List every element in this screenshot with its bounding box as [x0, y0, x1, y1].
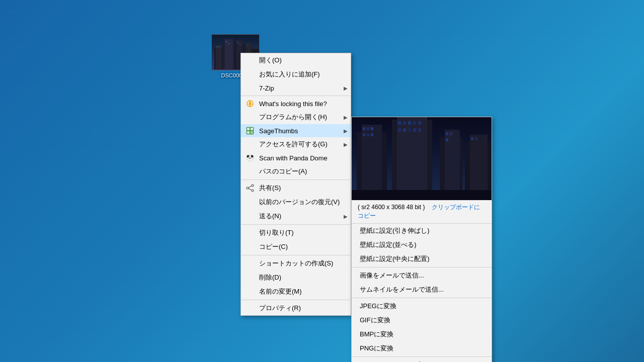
delete-label: 削除(D) [259, 273, 281, 282]
svg-rect-51 [413, 121, 416, 125]
7zip-label: 7-Zip [259, 84, 274, 92]
submenu-wallpaper-stretch[interactable]: 壁紙に設定(引き伸ばし) [352, 224, 492, 238]
svg-rect-62 [446, 132, 448, 135]
svg-rect-55 [408, 128, 411, 132]
panda-icon [245, 153, 255, 163]
menu-item-open-with[interactable]: プログラムから開く(H) ▶ [241, 110, 351, 124]
copy-path-label: パスのコピー(A) [259, 167, 307, 176]
menu-item-7zip[interactable]: 7-Zip ▶ [241, 81, 351, 95]
arrow-icon-3: ▶ [344, 128, 348, 134]
svg-rect-67 [352, 190, 492, 200]
send-email-thumb-label: サムネイルをメールで送信... [360, 285, 444, 294]
svg-rect-21 [247, 128, 250, 130]
svg-rect-41 [367, 127, 369, 130]
menu-item-cut[interactable]: 切り取り(T) [241, 226, 351, 240]
svg-point-28 [248, 157, 252, 160]
open-label: 開く(O) [259, 56, 282, 65]
svg-rect-47 [397, 117, 427, 200]
svg-line-35 [249, 186, 252, 188]
preview-image [352, 117, 492, 200]
menu-item-delete[interactable]: 削除(D) [241, 270, 351, 285]
svg-rect-50 [408, 121, 411, 125]
svg-rect-43 [363, 133, 365, 136]
svg-rect-13 [228, 43, 229, 44]
svg-rect-49 [403, 121, 406, 125]
svg-rect-53 [398, 128, 401, 132]
wallpaper-tile-label: 壁紙に設定(並べる) [360, 240, 417, 249]
svg-rect-44 [367, 133, 369, 136]
scan-panda-label: Scan with Panda Dome [259, 154, 328, 162]
svg-rect-48 [398, 121, 401, 125]
convert-jpeg-label: JPEGに変換 [360, 302, 396, 311]
svg-rect-15 [239, 44, 240, 45]
menu-item-restore[interactable]: 以前のバージョンの復元(V) [241, 195, 351, 209]
arrow-icon-2: ▶ [344, 115, 348, 120]
arrow-icon-5: ▶ [344, 214, 348, 219]
arrow-icon-4: ▶ [344, 142, 348, 147]
submenu-convert-jpeg[interactable]: JPEGに変換 [352, 299, 492, 313]
arrow-icon: ▶ [344, 85, 348, 91]
menu-item-copy-path[interactable]: パスのコピー(A) [241, 164, 351, 178]
cut-label: 切り取り(T) [259, 228, 294, 237]
svg-rect-56 [413, 128, 416, 132]
menu-item-favorite[interactable]: お気に入りに追加(F) [241, 67, 351, 81]
submenu-send-email-thumb[interactable]: サムネイルをメールで送信... [352, 283, 492, 297]
menu-item-scan-panda[interactable]: Scan with Panda Dome [241, 151, 351, 164]
menu-item-send-to[interactable]: 送る(N) ▶ [241, 209, 351, 223]
svg-rect-16 [248, 45, 249, 46]
image-info-row: ( sr2 4600 x 3068 48 bit ) クリップボードにコピー [352, 200, 492, 224]
svg-rect-10 [217, 46, 218, 47]
svg-point-32 [252, 185, 254, 187]
svg-rect-23 [247, 131, 250, 134]
svg-point-31 [250, 159, 251, 160]
svg-rect-52 [418, 121, 421, 125]
image-info-text: ( sr2 4600 x 3068 48 bit ) [358, 204, 425, 211]
menu-item-shortcut[interactable]: ショートカットの作成(S) [241, 256, 351, 270]
svg-rect-40 [363, 127, 365, 130]
submenu-wallpaper-tile[interactable]: 壁紙に設定(並べる) [352, 238, 492, 252]
svg-rect-2 [216, 45, 222, 69]
submenu-wallpaper-center[interactable]: 壁紙に設定(中央に配置) [352, 252, 492, 266]
menu-item-properties[interactable]: プロパティ(R) [241, 301, 351, 315]
submenu-convert-png[interactable]: PNGに変換 [352, 341, 492, 355]
svg-rect-45 [371, 133, 373, 136]
sagethumbs-label: SageThumbs [259, 127, 298, 135]
separator-1 [241, 96, 351, 96]
menu-item-copy[interactable]: コピー(C) [241, 240, 351, 254]
shortcut-label: ショートカットの作成(S) [259, 259, 333, 268]
svg-rect-54 [403, 128, 406, 132]
wallpaper-stretch-label: 壁紙に設定(引き伸ばし) [360, 226, 430, 235]
properties-label: プロパティ(R) [259, 304, 301, 313]
send-to-label: 送る(N) [259, 212, 281, 221]
svg-line-36 [249, 189, 252, 190]
context-menu: 開く(O) お気に入りに追加(F) 7-Zip ▶ What's locking… [240, 53, 351, 316]
svg-rect-11 [219, 46, 220, 47]
access-label: アクセスを許可する(G) [259, 140, 328, 149]
convert-png-label: PNGに変換 [360, 344, 393, 353]
send-email-img-label: 画像をメールで送信... [360, 271, 424, 280]
copy-label: コピー(C) [259, 242, 288, 251]
wallpaper-center-label: 壁紙に設定(中央に配置) [360, 254, 430, 263]
svg-rect-42 [371, 127, 373, 130]
submenu-convert-gif[interactable]: GIFに変換 [352, 313, 492, 327]
restore-label: 以前のバージョンの復元(V) [259, 198, 340, 207]
svg-rect-66 [475, 137, 477, 140]
svg-rect-63 [450, 132, 452, 135]
submenu-send-email-img[interactable]: 画像をメールで送信... [352, 268, 492, 283]
menu-item-whats-locking[interactable]: What's locking this file? [241, 97, 351, 110]
svg-point-34 [252, 190, 254, 192]
svg-point-33 [247, 187, 249, 189]
submenu-sep-2 [352, 298, 492, 298]
share-label: 共有(S) [259, 184, 281, 193]
menu-item-share[interactable]: 共有(S) [241, 181, 351, 195]
menu-item-rename[interactable]: 名前の変更(M) [241, 285, 351, 299]
separator-4 [241, 255, 351, 255]
menu-item-access[interactable]: アクセスを許可する(G) ▶ [241, 137, 351, 151]
submenu-options[interactable]: SageThumbs のオプション... [352, 358, 492, 362]
menu-item-open[interactable]: 開く(O) [241, 53, 351, 67]
submenu-sep-1 [352, 267, 492, 267]
open-with-label: プログラムから開く(H) [259, 113, 327, 122]
submenu-convert-bmp[interactable]: BMPに変換 [352, 327, 492, 341]
sagethumbs-submenu: ( sr2 4600 x 3068 48 bit ) クリップボードにコピー 壁… [351, 117, 492, 362]
menu-item-sagethumbs[interactable]: SageThumbs ▶ [241, 124, 351, 137]
